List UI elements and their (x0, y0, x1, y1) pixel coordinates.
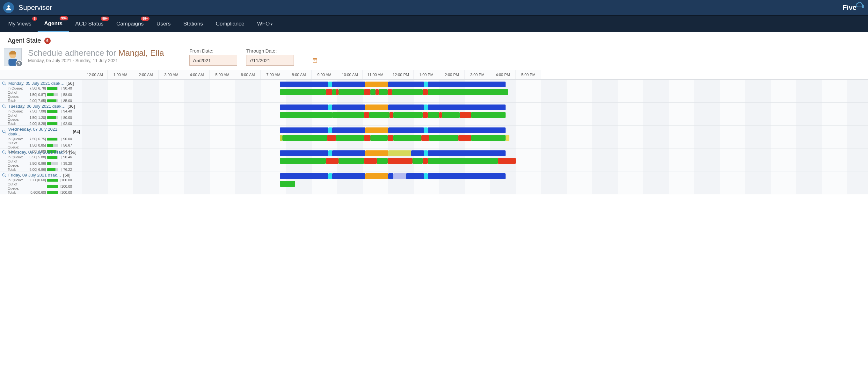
segment-blue[interactable] (332, 128, 365, 133)
segment-orange[interactable] (365, 150, 388, 156)
segment-blue[interactable] (428, 128, 505, 133)
segment-blue[interactable] (332, 173, 365, 179)
segment-red[interactable] (390, 112, 393, 118)
segment-green[interactable] (428, 112, 439, 118)
segment-cyan[interactable] (328, 150, 332, 156)
segment-orange[interactable] (365, 173, 388, 179)
segment-red[interactable] (375, 89, 379, 95)
segment-red[interactable] (423, 89, 428, 95)
segment-blue[interactable] (428, 150, 505, 156)
segment-blue[interactable] (428, 173, 505, 179)
segment-green[interactable] (377, 158, 388, 164)
segment-olive[interactable] (280, 135, 282, 141)
segment-red[interactable] (364, 135, 370, 141)
segment-green[interactable] (369, 112, 390, 118)
segment-red[interactable] (423, 158, 428, 164)
segment-green[interactable] (379, 89, 388, 95)
segment-red[interactable] (388, 89, 392, 95)
help-icon[interactable]: ? (16, 60, 23, 67)
tab-wfo[interactable]: WFO (251, 16, 279, 32)
tab-users[interactable]: Users (150, 16, 177, 32)
magnifier-icon[interactable] (2, 129, 6, 134)
segment-blue[interactable] (411, 150, 424, 156)
through-date-input[interactable] (246, 55, 294, 66)
segment-red[interactable] (423, 112, 428, 118)
segment-red[interactable] (336, 89, 339, 95)
tab-my-views[interactable]: My Views6 (2, 16, 38, 32)
agent-avatar[interactable]: ? (4, 48, 22, 66)
day-summary-row[interactable]: Monday, 05 July 2021 dsak… [56]In Queue:… (0, 80, 82, 103)
segment-blue[interactable] (332, 150, 365, 156)
tab-agents[interactable]: Agents99+ (38, 15, 69, 32)
segment-green[interactable] (393, 135, 422, 141)
through-date-value[interactable] (246, 58, 312, 63)
segment-green[interactable] (339, 158, 364, 164)
segment-red[interactable] (422, 135, 429, 141)
segment-green[interactable] (336, 135, 364, 141)
segment-red[interactable] (364, 89, 370, 95)
segment-green[interactable] (471, 112, 505, 118)
segment-red[interactable] (388, 135, 393, 141)
day-summary-row[interactable]: Wednesday, 07 July 2021 dsak… [64]In Que… (0, 126, 82, 148)
segment-yellow[interactable] (505, 135, 509, 141)
segment-blue[interactable] (280, 104, 328, 110)
segment-red[interactable] (327, 135, 336, 141)
segment-blue[interactable] (428, 81, 505, 87)
segment-green[interactable] (370, 135, 388, 141)
segment-green[interactable] (282, 135, 327, 141)
segment-green[interactable] (471, 135, 505, 141)
segment-red[interactable] (458, 135, 471, 141)
segment-red[interactable] (439, 112, 442, 118)
segment-green[interactable] (442, 112, 460, 118)
segment-blue[interactable] (280, 173, 328, 179)
segment-blue[interactable] (406, 173, 424, 179)
segment-green[interactable] (332, 89, 336, 95)
segment-blue[interactable] (388, 104, 424, 110)
tab-acd-status[interactable]: ACD Status99+ (69, 16, 110, 32)
day-summary-row[interactable]: Friday, 09 July 2021 dsak… [58]In Queue:… (0, 171, 82, 194)
tab-compliance[interactable]: Compliance (210, 16, 251, 32)
tab-campaigns[interactable]: Campaigns99+ (110, 16, 150, 32)
segment-orange[interactable] (365, 81, 388, 87)
segment-cyan[interactable] (424, 173, 428, 179)
user-avatar-icon[interactable] (3, 2, 14, 13)
segment-green[interactable] (428, 89, 508, 95)
segment-red[interactable] (460, 112, 471, 118)
segment-green[interactable] (339, 89, 364, 95)
tab-stations[interactable]: Stations (177, 16, 209, 32)
segment-red[interactable] (364, 112, 369, 118)
segment-blue[interactable] (388, 128, 424, 133)
segment-green[interactable] (370, 89, 375, 95)
segment-green[interactable] (429, 135, 458, 141)
segment-green[interactable] (412, 158, 423, 164)
segment-cyan[interactable] (328, 173, 332, 179)
segment-red[interactable] (326, 158, 339, 164)
segment-cyan[interactable] (328, 128, 332, 133)
segment-cyan[interactable] (424, 104, 428, 110)
segment-orange[interactable] (365, 104, 388, 110)
segment-blue[interactable] (332, 81, 365, 87)
timeline-scroll[interactable]: 12:00 AM1:00 AM2:00 AM3:00 AM4:00 AM5:00… (82, 70, 868, 368)
segment-blue[interactable] (280, 150, 328, 156)
segment-red[interactable] (498, 158, 516, 164)
segment-cyan[interactable] (328, 104, 332, 110)
segment-blue[interactable] (388, 173, 393, 179)
calendar-icon[interactable] (312, 57, 318, 63)
segment-green[interactable] (392, 89, 423, 95)
segment-green[interactable] (280, 158, 326, 164)
segment-orange[interactable] (365, 128, 388, 133)
segment-red[interactable] (326, 89, 332, 95)
segment-red[interactable] (364, 158, 377, 164)
segment-green[interactable] (428, 158, 498, 164)
magnifier-icon[interactable] (2, 173, 6, 177)
segment-blue[interactable] (280, 81, 328, 87)
magnifier-icon[interactable] (2, 104, 6, 109)
segment-cyan[interactable] (424, 81, 428, 87)
day-summary-row[interactable]: Thursday, 08 July 2021 dsak… [56]In Queu… (0, 148, 82, 171)
segment-green[interactable] (393, 112, 423, 118)
segment-green[interactable] (332, 112, 364, 118)
segment-cyan[interactable] (328, 81, 332, 87)
segment-blue[interactable] (388, 81, 424, 87)
segment-blue[interactable] (280, 128, 328, 133)
segment-blue[interactable] (428, 104, 505, 110)
